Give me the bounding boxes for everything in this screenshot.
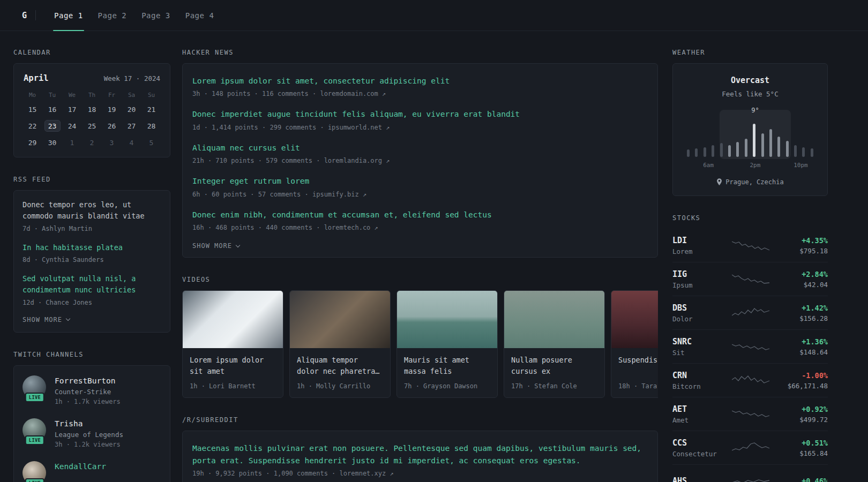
stocks-widget: STOCKS LDI Lorem +4.35% $795.18 (672, 214, 828, 482)
stock-row[interactable]: AHS +0.46% (672, 465, 828, 482)
time-label: 10pm (794, 162, 808, 169)
hn-item: Donec enim nibh, condimentum et accumsan… (192, 209, 648, 231)
tab-page-1[interactable]: Page 1 (47, 0, 91, 31)
stock-symbol: LDI (672, 236, 723, 245)
weather-card: Overcast Feels like 5°C 9° 6am 2pm 10pm … (672, 63, 828, 196)
dow-su: Su (141, 92, 161, 99)
live-badge: LIVE (25, 478, 44, 482)
calendar-day: 29 (25, 137, 41, 148)
hackernews-widget-title: HACKER NEWS (182, 49, 658, 56)
channel-name[interactable]: ForrestBurton (55, 376, 121, 385)
twitch-channel-row[interactable]: LIVE ForrestBurton Counter-Strike 1h · 1… (23, 375, 161, 405)
hn-meta-text: 16h · 468 points · 440 comments · (192, 224, 324, 231)
subreddit-post: Maecenas mollis pulvinar erat non posuer… (192, 442, 648, 477)
hn-item-meta: 21h · 710 points · 579 comments · loreml… (192, 157, 648, 164)
external-link-icon: ↗ (386, 124, 390, 131)
hn-item-title[interactable]: Donec enim nibh, condimentum et accumsan… (192, 209, 648, 221)
stock-row[interactable]: IIG Ipsum +2.84% $42.04 (672, 262, 828, 296)
twitch-channel-row[interactable]: LIVE KendallCarr (23, 461, 161, 482)
stock-row[interactable]: DBS Dolor +1.42% $156.28 (672, 296, 828, 330)
subreddit-post-title[interactable]: Maecenas mollis pulvinar erat non posuer… (192, 442, 648, 466)
calendar-day: 27 (124, 120, 140, 132)
calendar-card: April Week 17 · 2024 Mo Tu We Th Fr Sa S… (13, 63, 170, 157)
stock-row[interactable]: LDI Lorem +4.35% $795.18 (672, 229, 828, 262)
video-meta: 17h · Stefan Cole (511, 382, 597, 390)
external-link-icon: ↗ (390, 470, 393, 477)
channel-name[interactable]: KendallCarr (55, 462, 106, 471)
hn-domain-link[interactable]: loremdomain.com (320, 90, 378, 97)
video-card[interactable]: Aliquam tempor dolor nec pharetra… 1h · … (289, 290, 391, 398)
weather-peak-temp: 9° (751, 107, 759, 114)
tab-page-4[interactable]: Page 4 (178, 0, 222, 31)
tab-page-2[interactable]: Page 2 (91, 0, 134, 31)
channel-name[interactable]: Trisha (55, 419, 123, 428)
twitch-card: LIVE ForrestBurton Counter-Strike 1h · 1… (13, 365, 170, 482)
hn-domain-link[interactable]: ipsumworld.net (328, 124, 382, 131)
weather-feels-like: Feels like 5°C (683, 90, 818, 98)
video-title: Lorem ipsum dolor sit amet consectetu… (190, 355, 276, 377)
hn-domain-link[interactable]: loremtech.co (324, 224, 371, 231)
weather-chart: 9° (687, 106, 813, 157)
rss-show-more-button[interactable]: SHOW MORE (23, 316, 161, 323)
stock-sparkline (723, 272, 780, 286)
rss-widget: RSS FEED Donec tempor eros leo, ut commo… (13, 176, 170, 333)
rss-item-title[interactable]: Sed volutpat nulla nisl, a condimentum n… (23, 273, 161, 296)
stock-name: Lorem (672, 247, 723, 255)
video-meta: 1h · Lori Barnett (190, 382, 276, 390)
hackernews-widget: HACKER NEWS Lorem ipsum dolor sit amet, … (182, 49, 658, 258)
calendar-day: 15 (25, 103, 41, 115)
external-link-icon: ↗ (382, 90, 386, 97)
video-card[interactable]: Mauris sit amet massa felis 7h · Grayson… (396, 290, 498, 398)
hn-show-more-label: SHOW MORE (192, 242, 232, 250)
calendar-day: 26 (104, 120, 120, 132)
stock-price: $148.64 (780, 348, 828, 356)
rss-item-title[interactable]: Donec tempor eros leo, ut commodo mauris… (23, 199, 161, 222)
twitch-channel-row[interactable]: LIVE Trisha League of Legends 3h · 1.2k … (23, 418, 161, 448)
video-card[interactable]: Suspendisse diam 18h · Tara (611, 290, 658, 398)
calendar-month: April (24, 73, 49, 83)
calendar-day: 21 (144, 103, 160, 115)
weather-bar-chart (687, 119, 813, 157)
stock-symbol: CRN (672, 371, 723, 380)
stock-row[interactable]: SNRC Sit +1.36% $148.64 (672, 330, 828, 364)
stock-name: Consectetur (672, 450, 723, 458)
stock-symbol: AET (672, 404, 723, 414)
hn-domain-link[interactable]: loremlandia.org (324, 157, 382, 164)
hn-item-title[interactable]: Donec imperdiet augue tincidunt felis al… (192, 108, 648, 120)
hn-item-meta: 16h · 468 points · 440 comments · loremt… (192, 224, 648, 231)
stock-row[interactable]: CCS Consectetur +0.51% $165.84 (672, 431, 828, 465)
calendar-day-headers: Mo Tu We Th Fr Sa Su (23, 92, 161, 99)
video-card[interactable]: Nullam posuere cursus ex 17h · Stefan Co… (504, 290, 605, 398)
hn-domain-link[interactable]: ipsumify.biz (312, 191, 359, 198)
hn-meta-text: 3h · 148 points · 116 comments · (192, 90, 320, 97)
calendar-day-selected: 23 (44, 120, 61, 132)
channel-avatar: LIVE (23, 418, 47, 445)
stock-change: +1.42% (780, 304, 828, 312)
hn-item-title[interactable]: Lorem ipsum dolor sit amet, consectetur … (192, 75, 648, 87)
video-meta: 7h · Grayson Dawson (404, 382, 490, 390)
subreddit-domain-link[interactable]: loremnet.xyz (340, 470, 386, 477)
stock-row[interactable]: AET Amet +0.92% $499.72 (672, 397, 828, 431)
channel-avatar: LIVE (23, 375, 47, 402)
video-row: Lorem ipsum dolor sit amet consectetu… 1… (182, 290, 658, 398)
video-meta: 1h · Molly Carrillo (297, 382, 383, 390)
hn-item-title[interactable]: Integer eget rutrum lorem (192, 175, 648, 187)
hn-item-title[interactable]: Aliquam nec cursus elit (192, 142, 648, 154)
video-meta: 18h · Tara (618, 382, 658, 390)
video-card[interactable]: Lorem ipsum dolor sit amet consectetu… 1… (182, 290, 283, 398)
rss-item-title[interactable]: In hac habitasse platea (23, 242, 161, 253)
stock-change: +1.36% (780, 337, 828, 346)
videos-widget-title: VIDEOS (182, 276, 658, 283)
stock-symbol: SNRC (672, 337, 723, 347)
hn-meta-text: 21h · 710 points · 579 comments · (192, 157, 324, 164)
dow-tu: Tu (42, 92, 62, 99)
tab-page-3[interactable]: Page 3 (134, 0, 178, 31)
hn-show-more-button[interactable]: SHOW MORE (192, 242, 648, 250)
dow-mo: Mo (23, 92, 42, 99)
location-pin-icon (716, 178, 722, 186)
hn-item: Aliquam nec cursus elit 21h · 710 points… (192, 142, 648, 164)
twitch-widget-title: TWITCH CHANNELS (13, 351, 170, 358)
stock-row[interactable]: CRN Bitcorn -1.00% $66,171.48 (672, 364, 828, 397)
rss-card: Donec tempor eros leo, ut commodo mauris… (13, 190, 170, 333)
app-logo[interactable]: G (13, 0, 35, 31)
